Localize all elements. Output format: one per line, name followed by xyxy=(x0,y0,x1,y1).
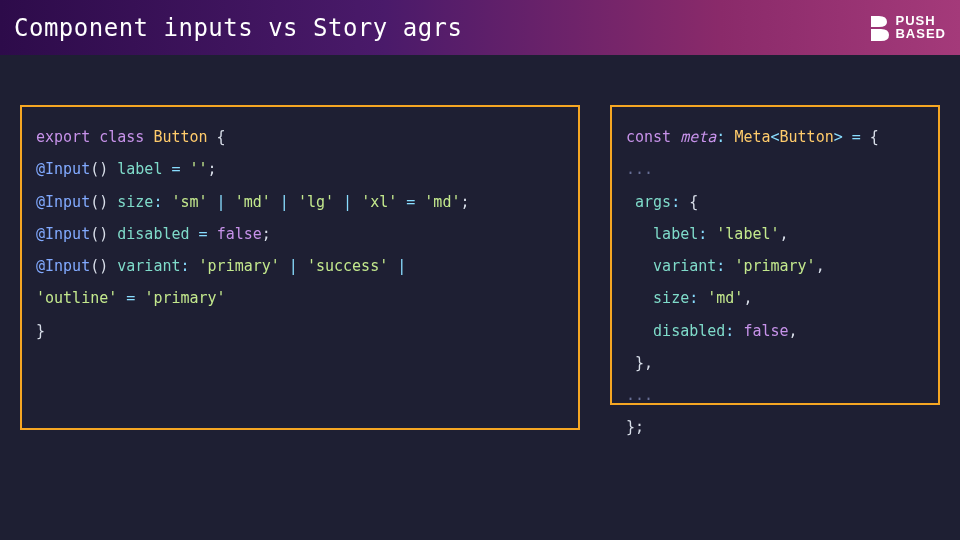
code-panel-component: export class Button { @Input() label = '… xyxy=(20,105,580,430)
decorator: @Input xyxy=(36,193,90,211)
decorator: @Input xyxy=(36,225,90,243)
kw-export: export xyxy=(36,128,90,146)
var-meta: meta xyxy=(680,128,716,146)
type-meta: Meta xyxy=(734,128,770,146)
brand-logo: PUSH BASED xyxy=(869,14,946,42)
slide-title: Component inputs vs Story agrs xyxy=(14,14,462,42)
prop-variant: variant xyxy=(117,257,180,275)
class-name: Button xyxy=(153,128,207,146)
logo-text-bottom: BASED xyxy=(895,28,946,40)
logo-icon xyxy=(869,14,889,42)
ellipsis: ... xyxy=(626,160,653,178)
ellipsis: ... xyxy=(626,386,653,404)
decorator: @Input xyxy=(36,160,90,178)
close-obj: }; xyxy=(626,418,644,436)
prop-label: label xyxy=(117,160,162,178)
code-panel-story: const meta: Meta<Button> = { ... args: {… xyxy=(610,105,940,405)
key-label: label xyxy=(653,225,698,243)
key-variant: variant xyxy=(653,257,716,275)
decorator: @Input xyxy=(36,257,90,275)
key-disabled: disabled xyxy=(653,322,725,340)
brace-open: { xyxy=(208,128,226,146)
slide-header: Component inputs vs Story agrs PUSH BASE… xyxy=(0,0,960,55)
prop-size: size xyxy=(117,193,153,211)
logo-text: PUSH BASED xyxy=(895,15,946,40)
prop-disabled: disabled xyxy=(117,225,189,243)
kw-class: class xyxy=(99,128,144,146)
brace-close: } xyxy=(36,322,45,340)
kw-const: const xyxy=(626,128,671,146)
key-size: size xyxy=(653,289,689,307)
key-args: args xyxy=(635,193,671,211)
slide-content: export class Button { @Input() label = '… xyxy=(0,55,960,450)
